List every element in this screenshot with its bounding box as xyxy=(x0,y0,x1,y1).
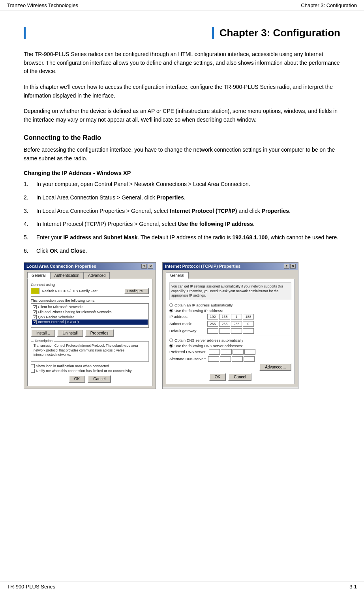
screenshot-right: Internet Protocol (TCP/IP) Properties ? … xyxy=(162,262,298,389)
footer-right: 3-1 xyxy=(349,584,357,590)
ip-octet-4[interactable]: 188 xyxy=(243,314,254,319)
description-label: Description xyxy=(34,339,54,343)
right-win-body: General You can get IP settings assigned… xyxy=(163,270,298,386)
ok-cancel-row-left: OK Cancel xyxy=(31,375,149,383)
tab-authentication-left[interactable]: Authentication xyxy=(50,272,84,279)
intro-para-1: The TR-900-PLUS Series radios can be con… xyxy=(24,50,340,76)
ip-octet-3[interactable]: 1 xyxy=(231,314,242,319)
intro-para-3: Depending on whether the device is defin… xyxy=(24,107,340,124)
manual-ip-label: Use the following IP address: xyxy=(174,308,223,313)
alternate-dns-label: Alternate DNS server: xyxy=(169,357,206,361)
list-item-4[interactable]: ✓ Internet Protocol (TCP/IP) xyxy=(32,319,148,325)
right-tab-bar: General xyxy=(166,272,295,279)
left-win-body: General Authentication Advanced Connect … xyxy=(24,270,156,389)
manual-ip-radio[interactable] xyxy=(169,309,173,312)
preferred-dns-2[interactable]: . xyxy=(221,349,232,355)
show-icon-label: Show icon in notification area when conn… xyxy=(36,364,109,368)
cancel-btn-left[interactable]: Cancel xyxy=(88,375,111,383)
manual-ip-radio-row[interactable]: Use the following IP address: xyxy=(169,308,291,313)
connect-using-section: Connect using Realtek RTL8139/810x Famil… xyxy=(31,282,149,294)
win-help-btn-right[interactable]: ? xyxy=(284,264,289,269)
subnet-octet-1[interactable]: 255 xyxy=(207,321,218,327)
alternate-dns-group: . . . xyxy=(208,356,255,362)
uninstall-btn[interactable]: Uninstall xyxy=(57,329,83,337)
cancel-btn-right[interactable]: Cancel xyxy=(228,373,251,381)
step-6: 6. Click OK and Close. xyxy=(24,247,340,256)
subnet-octet-3[interactable]: 255 xyxy=(231,321,242,327)
ip-octet-1[interactable]: 192 xyxy=(207,314,218,319)
configure-btn[interactable]: Configure... xyxy=(124,288,149,294)
gateway-octet-3[interactable]: . xyxy=(231,328,242,334)
intro-para-2: In this chapter we'll cover how to acces… xyxy=(24,83,340,100)
show-icon-row: Show icon in notification area when conn… xyxy=(31,364,149,368)
win-titlebar-btns-right: ? ✕ xyxy=(284,264,296,269)
gateway-octet-1[interactable]: . xyxy=(207,328,218,334)
win-help-btn-left[interactable]: ? xyxy=(141,264,147,269)
alternate-dns-4[interactable] xyxy=(244,356,255,362)
alternate-dns-3[interactable]: . xyxy=(232,356,243,362)
right-win-title: Internet Protocol (TCP/IP) Properties xyxy=(165,264,240,269)
auto-ip-radio-row[interactable]: Obtain an IP address automatically xyxy=(169,303,291,307)
subnet-octet-2[interactable]: 255 xyxy=(219,321,230,327)
ok-btn-right[interactable]: OK xyxy=(209,373,226,381)
auto-ip-radio[interactable] xyxy=(169,303,173,307)
nic-icon xyxy=(31,288,39,294)
auto-dns-label: Obtain DNS server address automatically xyxy=(174,338,243,342)
notify-row: Notify me when this connection has limit… xyxy=(31,369,149,373)
footer-left: TR-900-PLUS Series xyxy=(7,584,55,590)
advanced-row: Advanced... xyxy=(169,363,291,371)
header-left: Tranzeo Wireless Technologies xyxy=(7,2,78,8)
info-text: You can get IP settings assigned automat… xyxy=(169,282,291,300)
list-item-3[interactable]: ✓ QoS Packet Scheduler xyxy=(32,315,148,320)
connecting-heading: Connecting to the Radio xyxy=(24,134,340,142)
step-4-num: 4. xyxy=(24,220,36,229)
advanced-btn[interactable]: Advanced... xyxy=(259,363,291,371)
gateway-octet-2[interactable]: . xyxy=(219,328,230,334)
tab-advanced-left[interactable]: Advanced xyxy=(84,272,110,279)
preferred-dns-1[interactable]: . xyxy=(209,349,220,355)
preferred-dns-4[interactable] xyxy=(244,349,255,355)
win-close-btn-left[interactable]: ✕ xyxy=(148,264,153,269)
auto-dns-radio[interactable] xyxy=(169,338,173,342)
manual-dns-radio-row[interactable]: Use the following DNS server addresses: xyxy=(169,344,291,348)
step-2: 2. In Local Area Connection Status > Gen… xyxy=(24,194,340,202)
win-close-btn-right[interactable]: ✕ xyxy=(290,264,296,269)
steps-list: 1. In your computer, open Control Panel … xyxy=(24,180,340,255)
step-6-text: Click OK and Close. xyxy=(36,247,340,256)
ok-cancel-row-right: OK Cancel xyxy=(169,373,291,381)
auto-dns-radio-row[interactable]: Obtain DNS server address automatically xyxy=(169,338,291,342)
properties-btn[interactable]: Properties xyxy=(85,329,114,337)
left-tab-bar: General Authentication Advanced xyxy=(27,272,152,279)
step-4: 4. In Internet Protocol (TCP/IP) Propert… xyxy=(24,220,340,229)
ok-btn-left[interactable]: OK xyxy=(69,375,85,383)
ip-input-group: 192 168 1 188 xyxy=(207,314,254,319)
tab-general-right[interactable]: General xyxy=(166,272,189,279)
subnet-label: Subnet mask: xyxy=(169,321,205,326)
header-right: Chapter 3: Configuration xyxy=(301,2,357,8)
subsection-heading: Changing the IP Address - Windows XP xyxy=(24,170,340,176)
list-item-1[interactable]: ✓ Client for Microsoft Networks xyxy=(32,304,148,310)
left-win-titlebar: Local Area Connection Properties ? ✕ xyxy=(24,263,156,270)
install-btn[interactable]: Install... xyxy=(31,329,55,337)
preferred-dns-3[interactable]: . xyxy=(233,349,244,355)
step-5-num: 5. xyxy=(24,233,36,242)
alternate-dns-2[interactable]: . xyxy=(220,356,231,362)
main-content: Chapter 3: Configuration The TR-900-PLUS… xyxy=(0,11,364,413)
page-header: Tranzeo Wireless Technologies Chapter 3:… xyxy=(0,0,364,11)
preferred-dns-label: Preferred DNS server: xyxy=(169,350,206,354)
step-1-text: In your computer, open Control Panel > N… xyxy=(36,180,340,189)
gateway-octet-4[interactable] xyxy=(243,328,254,334)
connecting-section: Connecting to the Radio Before accessing… xyxy=(24,134,340,389)
step-4-text: In Internet Protocol (TCP/IP) Properties… xyxy=(36,220,340,229)
manual-dns-radio[interactable] xyxy=(169,344,173,348)
connecting-intro: Before accessing the configuration inter… xyxy=(24,146,340,163)
ip-octet-2[interactable]: 168 xyxy=(219,314,230,319)
auto-ip-label: Obtain an IP address automatically xyxy=(174,303,233,307)
gateway-label: Default gateway: xyxy=(169,329,205,333)
divider-right xyxy=(169,336,291,336)
step-3-num: 3. xyxy=(24,207,36,216)
list-item-2[interactable]: ✓ File and Printer Sharing for Microsoft… xyxy=(32,310,148,315)
tab-general-left[interactable]: General xyxy=(27,272,50,279)
alternate-dns-1[interactable]: . xyxy=(208,356,219,362)
subnet-octet-4[interactable]: 0 xyxy=(243,321,254,327)
